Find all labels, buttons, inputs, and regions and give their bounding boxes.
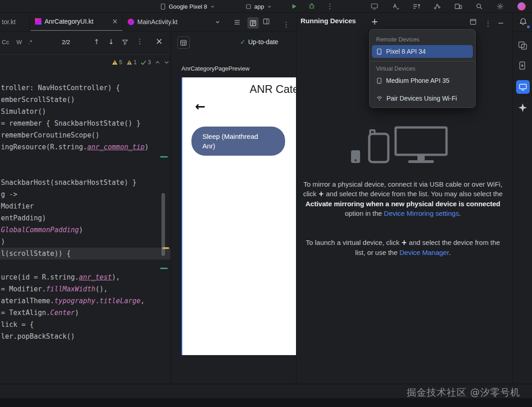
code-line: g -> <box>0 188 171 200</box>
find-bar: Cc W .* 2/2 ↑ ↓ ⋮ × <box>0 31 171 55</box>
code-line: emberScrollState() <box>0 94 171 106</box>
instruction-text: . <box>449 249 451 256</box>
phone-icon <box>376 77 382 84</box>
preview-layout-icon[interactable] <box>263 18 270 25</box>
preview-name: AnrCategoryPagePreview <box>181 65 250 72</box>
code-area[interactable]: troller: NavHostController) {emberScroll… <box>0 82 171 345</box>
instruction-text: To launch a virtual device, click <box>306 239 400 246</box>
chevron-down-icon <box>210 4 215 9</box>
match-case-toggle[interactable]: Cc <box>2 39 9 46</box>
device-option[interactable]: Pixel 8 API 34 <box>372 45 473 58</box>
device-mirror-icon[interactable] <box>518 41 527 50</box>
preview-status: ✓ Up-to-date <box>240 38 278 46</box>
device-option[interactable]: Medium Phone API 35 <box>372 74 473 87</box>
device-manager-link[interactable]: Device Manager <box>399 249 448 256</box>
structure-list-icon[interactable] <box>234 19 241 25</box>
add-device-button[interactable]: + <box>371 17 378 26</box>
chevron-down-icon <box>267 4 272 9</box>
code-line: = Modifier.fillMaxWidth(), <box>0 283 171 295</box>
warning-icon <box>112 60 118 65</box>
translate-icon[interactable] <box>391 3 399 10</box>
search-icon[interactable] <box>476 3 483 10</box>
device-manager-icon[interactable] <box>518 61 527 70</box>
code-line: urce(id = R.string.anr_test), <box>0 271 171 283</box>
change-marker <box>160 268 168 269</box>
tab-anrcategoryui[interactable]: AnrCategoryUI.kt × <box>30 13 123 31</box>
instruction-text: . <box>459 209 461 217</box>
tab-partial[interactable]: tor.kt <box>0 13 30 31</box>
debug-button[interactable] <box>308 3 315 10</box>
run-config-selector[interactable]: app <box>246 0 272 13</box>
preview-grid-icon[interactable] <box>177 36 190 49</box>
user-avatar[interactable] <box>517 2 526 10</box>
device-option-label: Pixel 8 API 34 <box>386 48 426 55</box>
code-line <box>0 259 171 271</box>
preview-status-label: Up-to-date <box>248 38 278 46</box>
filter-icon[interactable] <box>122 39 128 45</box>
back-arrow-icon[interactable]: ← <box>195 99 206 113</box>
status-bar: 掘金技术社区 @汐零号机 <box>0 384 532 398</box>
device-selector-label: Google Pixel 8 <box>169 3 207 10</box>
close-icon[interactable]: × <box>112 17 118 25</box>
minimize-panel-icon[interactable]: − <box>497 18 504 27</box>
device-frame-icon[interactable] <box>371 3 378 10</box>
sync-columns-icon[interactable] <box>412 3 420 10</box>
code-line <box>0 153 171 165</box>
button-label-line1: Sleep (Mainthread <box>202 132 285 141</box>
code-line <box>0 165 171 177</box>
tab-partial-label: tor.kt <box>2 18 15 25</box>
android-studio-window: Google Pixel 8 app ⋮ <box>0 0 532 407</box>
whole-words-toggle[interactable]: W <box>16 39 22 46</box>
code-line: ) <box>0 236 171 248</box>
instruction-text: and select the device from the list. You… <box>326 190 503 198</box>
regex-toggle[interactable]: .* <box>28 39 32 46</box>
divider <box>513 31 532 31</box>
window-mode-icon[interactable] <box>470 19 477 25</box>
launch-instructions: To launch a virtual device, click + and … <box>303 238 503 257</box>
main-toolbar: Google Pixel 8 app ⋮ <box>0 0 532 13</box>
device-mirroring-settings-link[interactable]: Device Mirroring settings <box>384 209 459 217</box>
code-line: lick = { <box>0 319 171 331</box>
check-icon <box>141 60 146 65</box>
split-editor-icon[interactable] <box>247 17 259 29</box>
next-problem-icon[interactable] <box>164 60 169 65</box>
editor-scrollbar[interactable] <box>161 193 165 256</box>
change-marker <box>160 156 168 158</box>
code-line: rememberCoroutineScope() <box>0 129 171 141</box>
settings-gear-icon[interactable] <box>497 3 504 10</box>
code-line: l(scrollState)) { <box>0 248 171 259</box>
sleep-anr-button[interactable]: Sleep (Mainthread Anr) <box>191 127 285 156</box>
find-more-icon[interactable]: ⋮ <box>136 37 143 46</box>
plus-icon: + <box>402 239 407 247</box>
previous-problem-icon[interactable] <box>155 60 160 65</box>
device-option-label: Medium Phone API 35 <box>386 77 449 84</box>
run-button[interactable] <box>291 3 297 10</box>
close-find-icon[interactable]: × <box>156 36 163 46</box>
code-line: Simulator() <box>0 106 171 117</box>
device-selector[interactable]: Google Pixel 8 <box>160 0 215 13</box>
device-option[interactable]: Pair Devices Using Wi-Fi <box>372 92 473 105</box>
run-config-label: app <box>254 3 264 10</box>
notifications-bell-icon[interactable] <box>519 17 527 26</box>
panel-more-icon[interactable]: ⋮ <box>485 20 492 28</box>
compose-preview-canvas[interactable]: ANR Cate ← Sleep (Mainthread Anr) <box>181 77 296 355</box>
device-manager-top-icon[interactable] <box>454 3 462 10</box>
inspection-widget[interactable]: 5 1 3 <box>68 57 169 67</box>
previous-occurrence-icon[interactable]: ↑ <box>94 38 100 46</box>
dropdown-section-header: Remote Devices <box>370 32 475 45</box>
mirror-instructions: To mirror a physical device, connect it … <box>303 179 503 218</box>
tab-list-chevron-icon[interactable] <box>215 19 221 25</box>
divider <box>171 31 171 384</box>
running-devices-panel-icon[interactable] <box>516 80 530 94</box>
gemini-icon[interactable] <box>518 103 527 112</box>
more-options-icon[interactable]: ⋮ <box>326 2 333 10</box>
divider <box>296 13 296 384</box>
next-occurrence-icon[interactable]: ↓ <box>108 38 114 46</box>
editor-more-icon[interactable]: ⋮ <box>283 20 290 29</box>
wifi-icon <box>376 95 383 102</box>
profiler-icon[interactable] <box>433 3 441 10</box>
tab-label: MainActivity.kt <box>137 18 177 25</box>
tab-mainactivity[interactable]: MainActivity.kt <box>123 13 196 31</box>
preview-toolbar: ✓ Up-to-date <box>171 34 296 51</box>
kotlin-file-icon <box>35 18 41 25</box>
